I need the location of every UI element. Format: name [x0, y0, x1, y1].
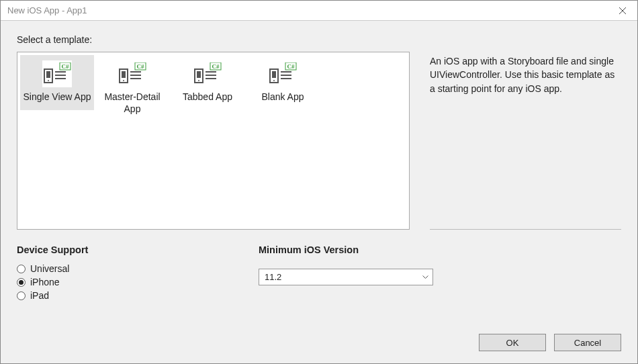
- svg-rect-19: [197, 71, 201, 78]
- svg-rect-11: [122, 71, 126, 78]
- middle-row: C# Single View App: [17, 52, 621, 230]
- dialog-content: Select a template: C#: [1, 21, 637, 363]
- template-single-view[interactable]: C# Single View App: [20, 55, 94, 110]
- radio-label: iPhone: [30, 277, 60, 287]
- csharp-template-icon: C#: [193, 60, 222, 87]
- ok-button[interactable]: OK: [479, 334, 546, 351]
- button-row: OK Cancel: [479, 334, 621, 351]
- min-ios-group: Minimum iOS Version 11.2: [259, 244, 433, 304]
- close-icon: [619, 7, 626, 14]
- svg-point-20: [198, 80, 199, 81]
- device-support-group: Device Support Universal iPhone iPad: [17, 244, 218, 304]
- csharp-template-icon: C#: [118, 60, 147, 87]
- min-ios-select[interactable]: 11.2: [259, 269, 433, 285]
- template-master-detail[interactable]: C# Master-Detail App: [95, 55, 169, 122]
- chevron-down-icon: [422, 275, 428, 279]
- close-button[interactable]: [607, 1, 637, 20]
- radio-label: iPad: [30, 290, 49, 301]
- window-title: New iOS App - App1: [7, 5, 87, 15]
- titlebar: New iOS App - App1: [1, 1, 637, 21]
- csharp-template-icon: C#: [42, 60, 72, 87]
- min-ios-heading: Minimum iOS Version: [259, 244, 433, 255]
- cancel-button[interactable]: Cancel: [554, 334, 621, 351]
- device-support-heading: Device Support: [17, 244, 218, 255]
- svg-text:C#: C#: [287, 63, 295, 70]
- template-label: Master-Detail App: [98, 91, 167, 115]
- dialog-window: New iOS App - App1 Select a template:: [0, 0, 638, 364]
- template-description: An iOS app with a Storyboard file and si…: [430, 52, 621, 95]
- template-label: Single View App: [24, 91, 91, 103]
- svg-point-12: [123, 80, 124, 81]
- radio-label: Universal: [30, 263, 69, 274]
- select-template-label: Select a template:: [17, 34, 621, 45]
- radio-ipad[interactable]: iPad: [17, 290, 218, 301]
- svg-text:C#: C#: [137, 63, 144, 70]
- svg-rect-27: [272, 71, 276, 78]
- select-value: 11.2: [265, 272, 281, 282]
- divider: [430, 229, 621, 230]
- svg-rect-3: [46, 71, 50, 78]
- description-panel: An iOS app with a Storyboard file and si…: [430, 52, 621, 230]
- radio-iphone[interactable]: iPhone: [17, 277, 218, 287]
- svg-text:C#: C#: [212, 63, 220, 70]
- csharp-template-icon: C#: [268, 60, 298, 87]
- radio-icon: [17, 278, 26, 287]
- options-row: Device Support Universal iPhone iPad Min…: [17, 244, 621, 304]
- radio-universal[interactable]: Universal: [17, 263, 218, 274]
- template-list[interactable]: C# Single View App: [17, 52, 410, 230]
- template-label: Blank App: [261, 91, 304, 103]
- radio-icon: [17, 265, 26, 273]
- svg-point-4: [48, 80, 49, 81]
- template-blank[interactable]: C# Blank App: [246, 55, 320, 110]
- template-label: Tabbed App: [183, 91, 232, 103]
- svg-text:C#: C#: [62, 63, 69, 70]
- template-tabbed[interactable]: C# Tabbed App: [171, 55, 244, 110]
- svg-point-28: [273, 80, 275, 81]
- radio-icon: [17, 291, 26, 300]
